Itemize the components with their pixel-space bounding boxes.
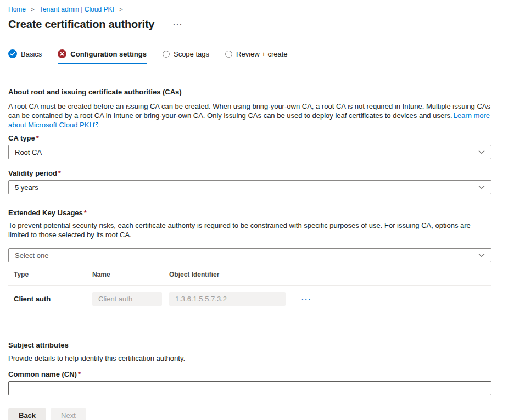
breadcrumb-separator: >	[119, 6, 122, 13]
breadcrumb-tenant-admin-cloud-pki[interactable]: Tenant admin | Cloud PKI	[40, 5, 114, 13]
next-button[interactable]: Next	[51, 408, 86, 420]
about-heading: About root and issuing certificate autho…	[8, 88, 491, 96]
tab-label: Basics	[21, 50, 42, 58]
title-row: Create certification authority ···	[8, 17, 491, 32]
tab-scope-tags[interactable]: Scope tags	[163, 49, 209, 64]
required-asterisk: *	[84, 209, 87, 217]
common-name-input[interactable]	[8, 381, 491, 395]
page-title: Create certification authority	[8, 18, 154, 31]
required-asterisk: *	[58, 169, 61, 177]
tab-label: Configuration settings	[70, 50, 147, 58]
column-header-type: Type	[14, 271, 92, 278]
ca-type-dropdown[interactable]: Root CA	[8, 145, 491, 159]
eku-table-header: Type Name Object Identifier	[8, 271, 491, 285]
subject-attributes-description: Provide details to help identify this ce…	[8, 354, 491, 363]
required-asterisk: *	[78, 370, 81, 378]
breadcrumb-home[interactable]: Home	[8, 5, 26, 13]
footer: Back Next	[0, 399, 514, 420]
subject-attributes-heading: Subject attributes	[8, 341, 491, 349]
external-link-icon	[93, 122, 99, 128]
eku-type-cell: Client auth	[14, 295, 92, 303]
about-text: A root CA must be created before an issu…	[8, 102, 491, 130]
required-asterisk: *	[36, 134, 39, 142]
about-body: A root CA must be created before an issu…	[8, 102, 490, 120]
radio-circle-icon	[225, 51, 232, 58]
check-circle-icon	[8, 49, 17, 58]
common-name-label: Common name (CN)*	[8, 370, 491, 378]
eku-label: Extended Key Usages*	[8, 209, 491, 217]
ca-type-label: CA type*	[8, 134, 491, 142]
tab-basics[interactable]: Basics	[8, 49, 42, 64]
eku-oid-input	[169, 292, 286, 306]
validity-period-dropdown[interactable]: 5 years	[8, 180, 491, 194]
radio-circle-icon	[163, 51, 170, 58]
eku-dropdown[interactable]: Select one	[8, 248, 491, 262]
chevron-down-icon	[478, 185, 485, 189]
chevron-down-icon	[478, 150, 485, 154]
column-header-name: Name	[92, 271, 169, 278]
breadcrumb-separator: >	[31, 6, 34, 13]
create-ca-page: Home > Tenant admin | Cloud PKI > Create…	[0, 0, 514, 395]
back-button[interactable]: Back	[8, 408, 46, 420]
more-options-button[interactable]: ···	[171, 22, 185, 27]
eku-table: Type Name Object Identifier Client auth …	[8, 271, 491, 312]
row-context-menu-button[interactable]: ···	[299, 296, 314, 302]
tab-label: Review + create	[236, 50, 288, 58]
tab-review-create[interactable]: Review + create	[225, 49, 288, 64]
chevron-down-icon	[478, 253, 485, 257]
wizard-steps: Basics Configuration settings Scope tags…	[8, 49, 491, 64]
tab-configuration-settings[interactable]: Configuration settings	[58, 49, 147, 64]
table-row: Client auth ···	[8, 285, 491, 312]
validity-period-value: 5 years	[15, 183, 38, 192]
tab-label: Scope tags	[174, 50, 209, 58]
ca-type-value: Root CA	[15, 148, 42, 156]
eku-placeholder: Select one	[15, 251, 48, 260]
validity-period-label: Validity period*	[8, 169, 491, 177]
column-header-oid: Object Identifier	[169, 271, 299, 278]
eku-name-input	[92, 292, 162, 306]
breadcrumb: Home > Tenant admin | Cloud PKI >	[8, 5, 491, 13]
eku-description: To prevent potential security risks, eac…	[8, 221, 491, 239]
error-circle-icon	[58, 49, 66, 58]
